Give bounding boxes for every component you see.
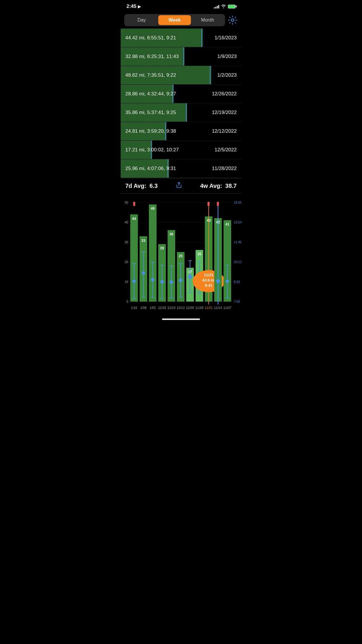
row-date: 1/9/2023 [217,54,237,60]
svg-text:11/28: 11/28 [195,306,203,309]
time-display: 2:45 [126,4,136,9]
svg-text:8:36: 8:36 [234,280,240,284]
svg-text:12/12: 12/12 [177,306,185,309]
table-row[interactable]: 25.96 mi, 4:07:06, 9:31 11/28/2022 [121,159,241,178]
svg-text:12/19: 12/19 [167,306,175,309]
svg-text:49: 49 [151,206,155,211]
error-dot [142,271,145,275]
chart-container: 50 40 30 20 10 0 15:00 13:24 11:48 10:12… [121,194,241,316]
error-dot [160,280,164,284]
table-row[interactable]: 28.86 mi, 4:32:44, 9:27 12/26/2022 [121,85,241,103]
svg-text:1/02: 1/02 [150,306,156,309]
svg-text:11/07: 11/07 [223,306,231,309]
four-week-avg: 4w Avg: 38.7 [200,183,237,189]
svg-point-0 [231,19,234,22]
table-row[interactable]: 48.62 mi, 7:35:51, 9:22 1/2/2023 [121,66,241,85]
svg-text:15:00: 15:00 [234,201,241,204]
svg-text:30: 30 [125,240,128,244]
svg-text:26: 26 [197,252,201,256]
error-dot [188,275,192,279]
row-date: 11/28/2022 [212,166,237,172]
tab-week[interactable]: Week [158,15,191,25]
svg-text:41: 41 [225,222,229,226]
tab-bar: Day Week Month [121,12,241,29]
data-rows: 44.42 mi, 6:55:51, 9:21 1/16/2023 32.88 … [121,29,241,178]
home-bar [162,318,200,320]
svg-text:0: 0 [126,300,128,303]
table-row[interactable]: 24.81 mi, 3:59:20, 9:38 12/12/2022 [121,122,241,141]
table-row[interactable]: 35.86 mi, 5:37:41, 9:25 12/19/2022 [121,103,241,122]
svg-text:11/14: 11/14 [214,306,222,309]
row-stats: 48.62 mi, 7:35:51, 9:22 [125,72,217,78]
wifi-icon [221,4,226,9]
tab-group: Day Week Month [124,14,225,26]
chart-svg: 50 40 30 20 10 0 15:00 13:24 11:48 10:12… [121,194,241,316]
row-stats: 32.88 mi, 6:25:31, 11:43 [125,54,217,60]
status-right [214,4,236,9]
svg-text:7:00: 7:00 [234,300,240,303]
share-button[interactable] [176,182,182,190]
svg-text:20: 20 [125,260,128,264]
error-dot [226,279,229,283]
signal-bar-2 [215,7,216,8]
table-row[interactable]: 32.88 mi, 6:25:31, 11:43 1/9/2023 [121,47,241,66]
error-dot [179,279,182,282]
location-icon: ▶ [138,4,141,9]
chart-marker [217,202,219,206]
tab-month[interactable]: Month [191,15,224,25]
svg-text:11/21: 11/21 [205,306,213,309]
svg-text:44: 44 [132,217,136,221]
row-stats: 25.96 mi, 4:07:06, 9:31 [125,166,212,172]
error-dot [170,280,173,284]
row-date: 12/12/2022 [212,128,237,134]
status-left: 2:45 ▶ [126,4,141,9]
signal-bar-1 [214,7,215,8]
row-stats: 28.86 mi, 4:32:44, 9:27 [125,91,212,97]
svg-text:1/16: 1/16 [131,306,137,309]
battery-icon [228,5,236,8]
row-stats: 35.86 mi, 5:37:41, 9:25 [125,110,212,116]
svg-text:10:12: 10:12 [234,260,241,264]
table-row[interactable]: 17.21 mi, 3:00:02, 10:27 12/5/2022 [121,141,241,159]
row-date: 1/16/2023 [215,35,237,41]
svg-text:25: 25 [179,254,183,258]
svg-text:40: 40 [125,220,128,224]
svg-text:11:48: 11:48 [234,240,241,244]
svg-text:29: 29 [160,246,164,250]
svg-text:36: 36 [169,232,173,236]
svg-text:11/21: 11/21 [204,273,214,277]
svg-text:13:24: 13:24 [234,220,241,224]
svg-text:9:41: 9:41 [205,283,212,288]
chart-marker [133,202,135,206]
svg-text:10: 10 [125,280,128,284]
tab-day[interactable]: Day [125,15,158,25]
error-dot [132,279,136,283]
table-row[interactable]: 44.42 mi, 6:55:51, 9:21 1/16/2023 [121,29,241,47]
svg-text:50: 50 [125,201,128,204]
svg-text:42.6 mi: 42.6 mi [202,278,215,282]
signal-bars [214,4,219,8]
row-stats: 44.42 mi, 6:55:51, 9:21 [125,35,215,41]
error-dot [216,279,220,283]
signal-bar-4 [218,5,219,8]
seven-day-avg: 7d Avg: 6.3 [125,183,158,189]
stats-bar: 7d Avg: 6.3 4w Avg: 38.7 [121,178,241,194]
error-dot [151,278,154,281]
row-date: 12/19/2022 [212,110,237,116]
svg-text:33: 33 [141,239,145,243]
settings-icon[interactable] [227,15,238,25]
svg-text:1/09: 1/09 [140,306,146,309]
row-stats: 17.21 mi, 3:00:02, 10:27 [125,147,215,153]
status-bar: 2:45 ▶ [121,0,241,12]
row-date: 1/2/2023 [217,72,237,78]
svg-text:12/05: 12/05 [186,306,194,309]
signal-bar-3 [217,6,218,8]
row-date: 12/26/2022 [212,91,237,97]
svg-text:12/26: 12/26 [158,306,166,309]
home-indicator [121,316,241,321]
row-stats: 24.81 mi, 3:59:20, 9:38 [125,128,212,134]
row-date: 12/5/2022 [215,147,237,153]
chart-marker [208,202,210,206]
